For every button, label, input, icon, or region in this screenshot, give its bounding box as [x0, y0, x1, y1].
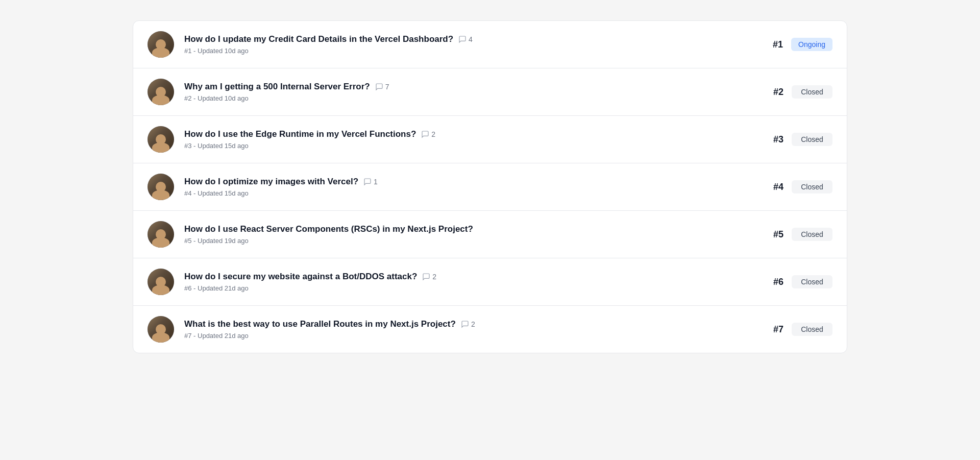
ticket-title-row: Why am I getting a 500 Internal Server E… [184, 82, 758, 92]
ticket-title: Why am I getting a 500 Internal Server E… [184, 82, 370, 92]
ticket-item[interactable]: How do I secure my website against a Bot… [133, 258, 847, 306]
ticket-number: #4 [768, 182, 783, 192]
ticket-right: #3 Closed [768, 133, 832, 146]
ticket-number: #5 [768, 229, 783, 240]
comment-count: 7 [375, 83, 389, 91]
ticket-number: #6 [768, 277, 783, 287]
ticket-number: #2 [768, 87, 783, 98]
status-badge: Closed [792, 180, 832, 193]
ticket-title-row: How do I use the Edge Runtime in my Verc… [184, 129, 758, 139]
ticket-number: #3 [768, 134, 783, 145]
comment-icon [461, 320, 469, 328]
ticket-right: #4 Closed [768, 180, 832, 193]
ticket-right: #1 Ongoing [768, 38, 832, 51]
ticket-item[interactable]: How do I use React Server Components (RS… [133, 211, 847, 258]
comment-count: 1 [363, 178, 378, 186]
ticket-title-row: How do I optimize my images with Vercel?… [184, 177, 758, 187]
avatar [148, 174, 174, 200]
ticket-item[interactable]: What is the best way to use Parallel Rou… [133, 306, 847, 353]
status-badge: Ongoing [791, 38, 832, 51]
ticket-content: What is the best way to use Parallel Rou… [184, 319, 758, 340]
comment-icon [458, 35, 467, 43]
comment-icon [375, 83, 383, 91]
avatar [148, 79, 174, 105]
ticket-title-row: How do I update my Credit Card Details i… [184, 34, 757, 44]
comment-count: 2 [461, 320, 475, 328]
ticket-title: How do I optimize my images with Vercel? [184, 177, 358, 187]
ticket-title-row: How do I secure my website against a Bot… [184, 272, 758, 282]
ticket-meta: #6 - Updated 21d ago [184, 284, 758, 292]
ticket-title: How do I secure my website against a Bot… [184, 272, 417, 282]
ticket-content: How do I use the Edge Runtime in my Verc… [184, 129, 758, 150]
ticket-right: #2 Closed [768, 85, 832, 99]
ticket-list: How do I update my Credit Card Details i… [133, 20, 847, 353]
ticket-content: Why am I getting a 500 Internal Server E… [184, 82, 758, 102]
ticket-title: What is the best way to use Parallel Rou… [184, 319, 456, 329]
avatar [148, 31, 174, 58]
avatar [148, 316, 174, 343]
ticket-content: How do I secure my website against a Bot… [184, 272, 758, 292]
status-badge: Closed [792, 85, 832, 99]
avatar [148, 221, 174, 248]
status-badge: Closed [792, 275, 832, 288]
ticket-title: How do I update my Credit Card Details i… [184, 34, 453, 44]
comment-count: 4 [458, 35, 473, 43]
comment-icon [421, 130, 429, 138]
ticket-meta: #4 - Updated 15d ago [184, 189, 758, 197]
ticket-right: #6 Closed [768, 275, 832, 288]
status-badge: Closed [792, 323, 832, 336]
comment-icon [422, 273, 430, 281]
ticket-title: How do I use React Server Components (RS… [184, 224, 473, 234]
ticket-item[interactable]: How do I update my Credit Card Details i… [133, 21, 847, 68]
avatar [148, 269, 174, 295]
ticket-item[interactable]: How do I optimize my images with Vercel?… [133, 163, 847, 211]
ticket-item[interactable]: How do I use the Edge Runtime in my Verc… [133, 116, 847, 163]
ticket-content: How do I update my Credit Card Details i… [184, 34, 757, 55]
ticket-meta: #7 - Updated 21d ago [184, 332, 758, 340]
ticket-number: #1 [768, 39, 783, 50]
ticket-title-row: How do I use React Server Components (RS… [184, 224, 758, 234]
status-badge: Closed [792, 133, 832, 146]
ticket-meta: #3 - Updated 15d ago [184, 142, 758, 150]
ticket-item[interactable]: Why am I getting a 500 Internal Server E… [133, 68, 847, 116]
ticket-right: #5 Closed [768, 228, 832, 241]
status-badge: Closed [792, 228, 832, 241]
ticket-meta: #5 - Updated 19d ago [184, 237, 758, 245]
comment-icon [363, 178, 372, 186]
ticket-content: How do I optimize my images with Vercel?… [184, 177, 758, 197]
ticket-title: How do I use the Edge Runtime in my Verc… [184, 129, 416, 139]
ticket-right: #7 Closed [768, 323, 832, 336]
avatar [148, 126, 174, 153]
ticket-content: How do I use React Server Components (RS… [184, 224, 758, 245]
ticket-meta: #2 - Updated 10d ago [184, 94, 758, 102]
comment-count: 2 [421, 130, 435, 138]
ticket-meta: #1 - Updated 10d ago [184, 47, 757, 55]
ticket-number: #7 [768, 324, 783, 335]
ticket-title-row: What is the best way to use Parallel Rou… [184, 319, 758, 329]
comment-count: 2 [422, 273, 436, 281]
